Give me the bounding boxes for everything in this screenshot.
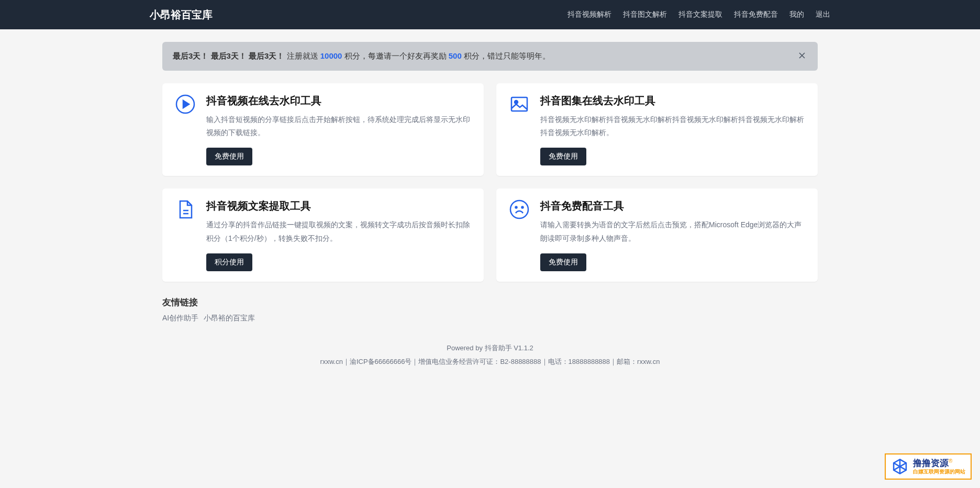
friend-link[interactable]: 小昂裕的百宝库: [204, 314, 255, 323]
footer-version: V1.1.2: [514, 344, 533, 352]
use-points-button[interactable]: 积分使用: [206, 253, 252, 271]
use-free-button[interactable]: 免费使用: [206, 148, 252, 165]
nav-link-image-parse[interactable]: 抖音图文解析: [623, 10, 667, 19]
card-title: 抖音视频在线去水印工具: [206, 94, 471, 108]
alert-strong: 最后3天！: [211, 51, 247, 60]
close-icon[interactable]: [797, 50, 807, 62]
brand-title: 小昂裕百宝库: [150, 8, 213, 22]
alert-points-invite: 500: [449, 51, 462, 60]
use-free-button[interactable]: 免费使用: [540, 148, 586, 165]
face-sad-icon: [509, 199, 530, 220]
tool-card-free-dub: 抖音免费配音工具 请输入需要转换为语音的文字后然后点击预览，搭配Microsof…: [496, 188, 818, 281]
footer-app-name: 抖音助手: [485, 344, 512, 352]
footer: Powered by 抖音助手 V1.1.2 rxxw.cn｜渝ICP备6666…: [162, 336, 818, 376]
svg-point-3: [510, 201, 528, 218]
card-desc: 请输入需要转换为语音的文字后然后点击预览，搭配Microsoft Edge浏览器…: [540, 218, 805, 245]
alert-points-signup: 10000: [320, 51, 342, 60]
nav-link-video-parse[interactable]: 抖音视频解析: [567, 10, 611, 19]
image-icon: [509, 94, 530, 115]
use-free-button[interactable]: 免费使用: [540, 253, 586, 271]
play-icon: [175, 94, 196, 115]
promo-alert: 最后3天！ 最后3天！ 最后3天！ 注册就送 10000 积分，每邀请一个好友再…: [162, 42, 818, 71]
card-desc: 输入抖音短视频的分享链接后点击开始解析按钮，待系统处理完成后将显示无水印视频的下…: [206, 113, 471, 139]
card-desc: 通过分享的抖音作品链接一键提取视频的文案，视频转文字成功后按音频时长扣除积分（1…: [206, 218, 471, 245]
nav-link-my[interactable]: 我的: [789, 10, 804, 19]
nav-link-free-dub[interactable]: 抖音免费配音: [734, 10, 778, 19]
tool-card-image-watermark: 抖音图集在线去水印工具 抖音视频无水印解析抖音视频无水印解析抖音视频无水印解析抖…: [496, 83, 818, 176]
svg-point-4: [516, 207, 517, 208]
alert-strong: 最后3天！: [249, 51, 284, 60]
alert-text: 最后3天！ 最后3天！ 最后3天！ 注册就送 10000 积分，每邀请一个好友再…: [173, 51, 550, 61]
alert-segment: 积分，每邀请一个好友再奖励: [344, 51, 449, 60]
friend-links-title: 友情链接: [162, 296, 818, 308]
tool-card-text-extract: 抖音视频文案提取工具 通过分享的抖音作品链接一键提取视频的文案，视频转文字成功后…: [162, 188, 484, 281]
alert-strong: 最后3天！: [173, 51, 208, 60]
document-icon: [175, 199, 196, 220]
alert-segment: 积分，错过只能等明年。: [464, 51, 550, 60]
friend-links-section: 友情链接 AI创作助手 小昂裕的百宝库: [162, 296, 818, 323]
tool-card-video-watermark: 抖音视频在线去水印工具 输入抖音短视频的分享链接后点击开始解析按钮，待系统处理完…: [162, 83, 484, 176]
footer-legal: rxxw.cn｜渝ICP备66666666号｜增值电信业务经营许可证：B2-88…: [162, 356, 818, 369]
svg-point-2: [515, 101, 518, 104]
cards-grid: 抖音视频在线去水印工具 输入抖音短视频的分享链接后点击开始解析按钮，待系统处理完…: [162, 83, 818, 282]
svg-point-5: [522, 207, 524, 208]
nav-link-text-extract[interactable]: 抖音文案提取: [678, 10, 722, 19]
footer-powered-by: Powered by: [447, 344, 484, 352]
nav-links: 抖音视频解析 抖音图文解析 抖音文案提取 抖音免费配音 我的 退出: [567, 10, 830, 19]
navbar: 小昂裕百宝库 抖音视频解析 抖音图文解析 抖音文案提取 抖音免费配音 我的 退出: [0, 0, 980, 29]
card-title: 抖音图集在线去水印工具: [540, 94, 805, 108]
nav-link-logout[interactable]: 退出: [816, 10, 830, 19]
friend-link[interactable]: AI创作助手: [162, 314, 198, 323]
card-desc: 抖音视频无水印解析抖音视频无水印解析抖音视频无水印解析抖音视频无水印解析抖音视频…: [540, 113, 805, 139]
alert-segment: 注册就送: [287, 51, 320, 60]
svg-rect-1: [511, 97, 527, 111]
card-title: 抖音视频文案提取工具: [206, 199, 471, 213]
card-title: 抖音免费配音工具: [540, 199, 805, 213]
